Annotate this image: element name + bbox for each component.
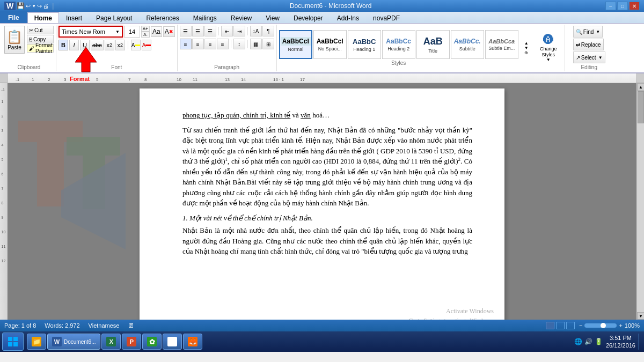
minimize-button[interactable]: − (605, 2, 616, 10)
view-print-button[interactable] (546, 322, 554, 329)
find-button[interactable]: 🔍 Find ▼ (573, 26, 603, 38)
zoom-slider[interactable] (584, 323, 617, 328)
format-painter-button[interactable]: 🖌 Format Painter (27, 44, 54, 53)
close-button[interactable]: ✕ (629, 2, 640, 10)
bold-button[interactable]: B (58, 40, 68, 50)
font-size-buttons: A+ A- (141, 26, 150, 38)
taskbar-powerpoint[interactable]: P (122, 334, 141, 350)
undo-icon[interactable]: ↩ (26, 3, 31, 10)
styles-more-button[interactable]: ⊕ (524, 50, 528, 55)
font-color-button[interactable]: A (142, 40, 151, 50)
scroll-up-button[interactable]: ▲ (637, 83, 644, 91)
change-case-button[interactable]: Aa (151, 26, 162, 37)
font-size-decrease-button[interactable]: A- (141, 32, 150, 38)
styles-scroll-down[interactable]: ▼ (524, 46, 529, 50)
tab-view[interactable]: View (259, 12, 287, 23)
multilevel-button[interactable]: ☰ (204, 26, 216, 36)
tab-home[interactable]: Home (27, 12, 59, 23)
text-highlight-button[interactable]: A (131, 40, 141, 50)
borders-button[interactable]: ⊞ (262, 39, 274, 49)
ruler-mark-16: 16 · 1 (273, 77, 284, 82)
redo-icon[interactable]: ↪ (37, 3, 42, 10)
save-icon[interactable]: 💾 (17, 2, 25, 10)
font-color-icon: A (142, 42, 146, 48)
tab-file[interactable]: File (0, 11, 27, 23)
underline-button[interactable]: U (80, 40, 90, 50)
tab-add-ins[interactable]: Add-Ins (330, 12, 366, 23)
justify-button[interactable]: ≡ (217, 39, 229, 49)
strikethrough-button[interactable]: abc (91, 40, 104, 50)
cut-button[interactable]: ✂ Cut (27, 26, 54, 34)
change-styles-dropdown-icon[interactable]: ▼ (546, 57, 551, 62)
view-fullscreen-button[interactable] (556, 322, 565, 329)
show-desktop-button[interactable] (639, 334, 642, 350)
print-icon[interactable]: 🖨 (43, 3, 49, 9)
scroll-down-button[interactable]: ▼ (637, 312, 644, 320)
vertical-scrollbar[interactable]: ▲ ▼ (636, 83, 644, 320)
subscript-button[interactable]: x2 (105, 40, 114, 50)
font-name-selector[interactable]: Times New Rom ▼ (58, 26, 123, 38)
tab-mailings[interactable]: Mailings (186, 12, 224, 23)
clear-formatting-button[interactable]: A ✖ (163, 26, 175, 37)
taskbar-chrome[interactable]: ⬤ (163, 334, 182, 350)
start-button[interactable] (2, 333, 24, 351)
style-heading1[interactable]: AaBbC Heading 1 (348, 30, 381, 59)
shading-button[interactable]: ▦ (250, 39, 262, 49)
font-name-value: Times New Rom (62, 28, 113, 35)
select-dropdown-icon[interactable]: ▼ (598, 55, 603, 60)
tab-insert[interactable]: Insert (59, 12, 89, 23)
taskbar-explorer[interactable]: 📁 (27, 334, 46, 350)
zoom-minus-button[interactable]: − (579, 322, 582, 329)
style-subtitle[interactable]: AaBbCc. Subtitle (451, 30, 484, 59)
restore-button[interactable]: □ (617, 2, 628, 10)
taskbar-app-green[interactable]: ✿ (142, 334, 162, 350)
styles-scroll-up[interactable]: ▲ (524, 41, 529, 46)
tab-references[interactable]: References (139, 12, 186, 23)
undo-dropdown-icon[interactable]: ▼ (32, 4, 36, 9)
taskbar-excel[interactable]: X (101, 334, 121, 350)
bullets-button[interactable]: ☰ (180, 26, 192, 36)
style-heading2[interactable]: AaBbCc Heading 2 (382, 30, 415, 59)
tab-review[interactable]: Review (224, 12, 259, 23)
style-subtle-em[interactable]: AaBbCca Subtle Em... (485, 30, 518, 59)
decrease-indent-button[interactable]: ⇤ (221, 26, 233, 36)
taskbar-firefox[interactable]: 🦊 (183, 334, 202, 350)
page: phong tục, tập quán, chính trị, kinh tế … (140, 88, 504, 320)
tab-page-layout[interactable]: Page Layout (89, 12, 139, 23)
tray-volume-icon[interactable]: 🔊 (584, 338, 592, 345)
find-dropdown-icon[interactable]: ▼ (596, 29, 600, 34)
font-dropdown-icon[interactable]: ▼ (115, 29, 120, 34)
taskbar-word[interactable]: W Document6... (47, 334, 100, 350)
paste-button[interactable]: 📋 Paste (4, 26, 25, 54)
increase-indent-button[interactable]: ⇥ (233, 26, 245, 36)
font-size-increase-button[interactable]: A+ (141, 26, 150, 32)
ruler-mark-17: 17 (300, 77, 305, 82)
superscript-button[interactable]: x2 (115, 40, 125, 50)
change-styles-button[interactable]: 🅐 Change Styles ▼ (535, 33, 562, 64)
numbering-button[interactable]: ☰ (192, 26, 204, 36)
tray-network-icon[interactable]: 🌐 (574, 338, 582, 345)
line-spacing-button[interactable]: ↕ (233, 39, 245, 49)
sort-button[interactable]: ↕A (250, 26, 262, 36)
select-button[interactable]: ↗ Select ▼ (573, 51, 605, 63)
scroll-thumb[interactable] (638, 91, 644, 123)
firefox-icon: 🦊 (188, 337, 197, 346)
zoom-plus-button[interactable]: + (619, 322, 622, 329)
paste-label: Paste (8, 45, 21, 50)
style-subtitle-preview: AaBbCc. (454, 38, 481, 45)
show-hide-button[interactable]: ¶ (262, 26, 274, 36)
tab-novapdf[interactable]: novaPDF (366, 12, 407, 23)
style-no-spacing[interactable]: AaBbCcI No Spaci... (313, 30, 347, 59)
align-center-button[interactable]: ≡ (192, 39, 204, 49)
replace-button[interactable]: ⇄ Replace (573, 39, 604, 50)
align-right-button[interactable]: ≡ (204, 39, 216, 49)
para-div4 (247, 40, 248, 48)
italic-button[interactable]: I (69, 40, 79, 50)
style-normal[interactable]: AaBbCcI Normal (279, 30, 312, 59)
tab-developer[interactable]: Developer (287, 12, 330, 23)
tray-battery-icon[interactable]: 🔋 (595, 338, 603, 345)
align-left-button[interactable]: ≡ (180, 39, 192, 49)
clock[interactable]: 3:51 PM 26/12/2016 (606, 334, 635, 350)
style-title[interactable]: AaB Title (416, 30, 450, 59)
view-web-button[interactable] (566, 322, 575, 329)
